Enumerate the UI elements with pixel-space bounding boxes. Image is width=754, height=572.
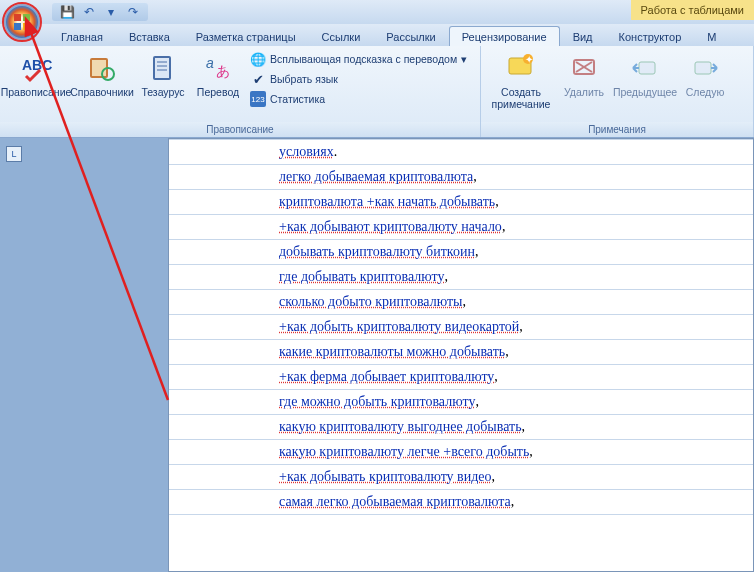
tab-8[interactable]: М	[694, 26, 729, 46]
check-icon: ✔	[250, 71, 266, 87]
references-button[interactable]: Справочники	[70, 48, 134, 102]
table-row: +как добывать криптовалюту видео,	[169, 464, 753, 490]
table-row: легко добываемая криптовалюта,	[169, 164, 753, 190]
spellcheck-icon: ABC	[20, 52, 52, 84]
translate-label: Перевод	[197, 86, 239, 98]
row-suffix: ,	[505, 344, 509, 360]
row-suffix: ,	[522, 419, 526, 435]
table-row: какие криптовалюты можно добывать,	[169, 339, 753, 365]
table-row: криптовалюта +как начать добывать,	[169, 189, 753, 215]
row-suffix: ,	[495, 194, 499, 210]
svg-rect-3	[23, 23, 30, 30]
tab-5[interactable]: Рецензирование	[449, 26, 560, 46]
tab-6[interactable]: Вид	[560, 26, 606, 46]
table-row: сколько добыто криптовалюты,	[169, 289, 753, 315]
prev-comment-button[interactable]: Предыдущее	[611, 48, 679, 102]
tab-4[interactable]: Рассылки	[373, 26, 448, 46]
row-suffix: ,	[519, 319, 523, 335]
hyperlink[interactable]: +как добыть криптовалюту видеокартой	[279, 319, 519, 335]
tab-1[interactable]: Вставка	[116, 26, 183, 46]
hyperlink[interactable]: где можно добыть криптовалюту	[279, 394, 475, 410]
dropdown-arrow-icon: ▾	[461, 53, 467, 65]
row-suffix: ,	[492, 469, 496, 485]
tab-0[interactable]: Главная	[48, 26, 116, 46]
table-row: +как добывают криптовалюту начало,	[169, 214, 753, 240]
hyperlink[interactable]: где добывать криптовалюту	[279, 269, 445, 285]
svg-text:あ: あ	[216, 63, 230, 79]
statistics-button[interactable]: 123 Статистика	[248, 90, 474, 108]
delete-icon	[568, 52, 600, 84]
prev-label: Предыдущее	[613, 86, 677, 98]
office-button[interactable]	[4, 4, 40, 40]
table-row: где добывать криптовалюту,	[169, 264, 753, 290]
spellcheck-label: Правописание	[1, 86, 72, 98]
thesaurus-label: Тезаурус	[141, 86, 184, 98]
svg-rect-21	[639, 62, 655, 74]
title-bar: 💾 ↶ ▾ ↷ Работа с таблицами	[0, 0, 754, 24]
row-suffix: ,	[494, 369, 498, 385]
hyperlink[interactable]: какие криптовалюты можно добывать	[279, 344, 505, 360]
tab-2[interactable]: Разметка страницы	[183, 26, 309, 46]
hyperlink[interactable]: условиях	[279, 144, 334, 160]
undo-icon[interactable]: ↶	[82, 5, 96, 19]
row-suffix: ,	[445, 269, 449, 285]
hyperlink[interactable]: легко добываемая криптовалюта	[279, 169, 473, 185]
row-suffix: ,	[473, 169, 477, 185]
translate-button[interactable]: aあ Перевод	[192, 48, 244, 102]
table-row: +как добыть криптовалюту видеокартой,	[169, 314, 753, 340]
row-suffix: ,	[462, 294, 466, 310]
delete-comment-button[interactable]: Удалить	[559, 48, 609, 102]
hyperlink[interactable]: +как добывают криптовалюту начало	[279, 219, 502, 235]
group-comments-label: Примечания	[481, 122, 753, 137]
hyperlink[interactable]: криптовалюта +как начать добывать	[279, 194, 495, 210]
hyperlink[interactable]: добывать криптовалюту биткоин	[279, 244, 475, 260]
hyperlink[interactable]: сколько добыто криптовалюты	[279, 294, 462, 310]
references-label: Справочники	[70, 86, 134, 98]
table-row: добывать криптовалюту биткоин,	[169, 239, 753, 265]
hyperlink[interactable]: какую криптовалюту выгоднее добывать	[279, 419, 522, 435]
svg-rect-1	[23, 14, 30, 21]
row-suffix: ,	[529, 444, 533, 460]
spellcheck-button[interactable]: ABC Правописание	[4, 48, 68, 102]
ribbon: ABC Правописание Справочники Тезаурус aあ…	[0, 46, 754, 138]
svg-rect-6	[92, 60, 106, 76]
svg-text:ABC: ABC	[22, 57, 52, 73]
group-comments: ✦ Создать примечание Удалить Предыдущее …	[481, 46, 754, 137]
thesaurus-button[interactable]: Тезаурус	[136, 48, 190, 102]
ribbon-tabs: ГлавнаяВставкаРазметка страницыСсылкиРас…	[0, 24, 754, 46]
translation-tooltip-button[interactable]: 🌐 Всплывающая подсказка с переводом ▾	[248, 50, 474, 68]
table-row: какую криптовалюту выгоднее добывать,	[169, 414, 753, 440]
quick-access-toolbar: 💾 ↶ ▾ ↷	[52, 3, 148, 21]
group-proofing: ABC Правописание Справочники Тезаурус aあ…	[0, 46, 481, 137]
svg-rect-22	[695, 62, 711, 74]
redo-icon[interactable]: ↷	[126, 5, 140, 19]
tab-7[interactable]: Конструктор	[606, 26, 695, 46]
dropdown-icon[interactable]: ▾	[104, 5, 118, 19]
svg-rect-2	[14, 23, 21, 30]
hyperlink[interactable]: какую криптовалюту легче +всего добыть	[279, 444, 529, 460]
office-logo-icon	[12, 12, 32, 32]
table-row: какую криптовалюту легче +всего добыть,	[169, 439, 753, 465]
table-row: где можно добыть криптовалюту,	[169, 389, 753, 415]
table-row: +как ферма добывает криптовалюту,	[169, 364, 753, 390]
hyperlink[interactable]: +как добывать криптовалюту видео	[279, 469, 492, 485]
svg-text:✦: ✦	[525, 54, 533, 65]
choose-language-button[interactable]: ✔ Выбрать язык	[248, 70, 474, 88]
tab-selector-icon[interactable]: L	[6, 146, 22, 162]
row-suffix: ,	[475, 244, 479, 260]
stats-icon: 123	[250, 91, 266, 107]
row-suffix: .	[334, 144, 338, 160]
tab-3[interactable]: Ссылки	[309, 26, 374, 46]
contextual-tab-label: Работа с таблицами	[631, 0, 754, 20]
row-suffix: ,	[475, 394, 479, 410]
globe-icon: 🌐	[250, 51, 266, 67]
svg-text:a: a	[206, 55, 214, 71]
new-comment-icon: ✦	[505, 52, 537, 84]
next-comment-button[interactable]: Следую	[681, 48, 729, 102]
row-suffix: ,	[502, 219, 506, 235]
new-comment-button[interactable]: ✦ Создать примечание	[485, 48, 557, 114]
hyperlink[interactable]: +как ферма добывает криптовалюту	[279, 369, 494, 385]
hyperlink[interactable]: самая легко добываемая криптовалюта	[279, 494, 511, 510]
save-icon[interactable]: 💾	[60, 5, 74, 19]
group-proofing-label: Правописание	[0, 122, 480, 137]
